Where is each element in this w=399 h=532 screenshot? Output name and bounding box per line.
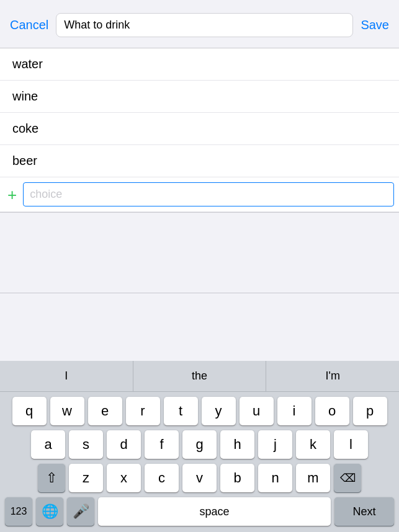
key-f[interactable]: f — [145, 430, 179, 459]
autocomplete-i[interactable]: I — [0, 361, 133, 391]
autocomplete-the[interactable]: the — [133, 361, 267, 391]
key-j[interactable]: j — [258, 430, 292, 459]
mic-icon: 🎤 — [73, 503, 89, 520]
key-z[interactable]: z — [69, 464, 103, 492]
key-b[interactable]: b — [220, 464, 254, 492]
item-text: water — [12, 57, 43, 71]
num-key[interactable]: 123 — [5, 497, 32, 526]
key-n[interactable]: n — [258, 464, 292, 492]
key-q[interactable]: q — [12, 397, 47, 425]
item-text: wine — [12, 89, 38, 104]
list-item[interactable]: water — [0, 48, 399, 81]
header: Cancel Save — [0, 0, 399, 48]
key-u[interactable]: u — [240, 397, 274, 425]
title-input[interactable] — [56, 13, 353, 37]
key-l[interactable]: l — [334, 430, 368, 459]
globe-icon: 🌐 — [42, 503, 58, 520]
autocomplete-bar: I the I'm — [0, 361, 399, 392]
key-s[interactable]: s — [69, 430, 103, 459]
key-o[interactable]: o — [315, 397, 349, 425]
cancel-button[interactable]: Cancel — [10, 18, 48, 32]
key-e[interactable]: e — [88, 397, 122, 425]
shift-key[interactable]: ⇧ — [38, 464, 65, 492]
delete-key[interactable]: ⌫ — [334, 464, 361, 492]
key-p[interactable]: p — [353, 397, 387, 425]
save-button[interactable]: Save — [361, 18, 389, 32]
key-row-3: ⇧ z x c v b n m ⌫ — [2, 464, 397, 492]
choice-input[interactable] — [23, 182, 394, 206]
list-item[interactable]: beer — [0, 145, 399, 177]
key-w[interactable]: w — [50, 397, 84, 425]
key-c[interactable]: c — [145, 464, 179, 492]
item-text: coke — [12, 122, 38, 136]
key-row-bottom: 123 🌐 🎤 space Next — [2, 497, 397, 526]
add-row: + — [0, 177, 399, 212]
key-d[interactable]: d — [107, 430, 141, 459]
empty-space — [0, 213, 399, 293]
key-row-1: q w e r t y u i o p — [2, 397, 397, 425]
key-k[interactable]: k — [296, 430, 330, 459]
next-key[interactable]: Next — [334, 497, 394, 526]
key-i[interactable]: i — [277, 397, 312, 425]
key-r[interactable]: r — [126, 397, 160, 425]
autocomplete-im[interactable]: I'm — [266, 361, 399, 391]
plus-icon[interactable]: + — [7, 187, 17, 203]
mic-key[interactable]: 🎤 — [67, 497, 94, 526]
key-rows: q w e r t y u i o p a s d f g h j k l ⇧ … — [0, 392, 399, 532]
key-a[interactable]: a — [31, 430, 65, 459]
list-item[interactable]: wine — [0, 81, 399, 113]
space-key[interactable]: space — [98, 497, 331, 526]
globe-key[interactable]: 🌐 — [36, 497, 63, 526]
list-area: water wine coke beer + — [0, 48, 399, 213]
key-g[interactable]: g — [182, 430, 217, 459]
key-v[interactable]: v — [182, 464, 217, 492]
keyboard: I the I'm q w e r t y u i o p a s d f — [0, 361, 399, 532]
key-x[interactable]: x — [107, 464, 141, 492]
delete-icon: ⌫ — [340, 471, 356, 485]
key-h[interactable]: h — [220, 430, 254, 459]
item-text: beer — [12, 154, 37, 168]
key-y[interactable]: y — [202, 397, 236, 425]
list-item[interactable]: coke — [0, 113, 399, 145]
key-t[interactable]: t — [164, 397, 198, 425]
key-row-2: a s d f g h j k l — [2, 430, 397, 459]
key-m[interactable]: m — [296, 464, 330, 492]
